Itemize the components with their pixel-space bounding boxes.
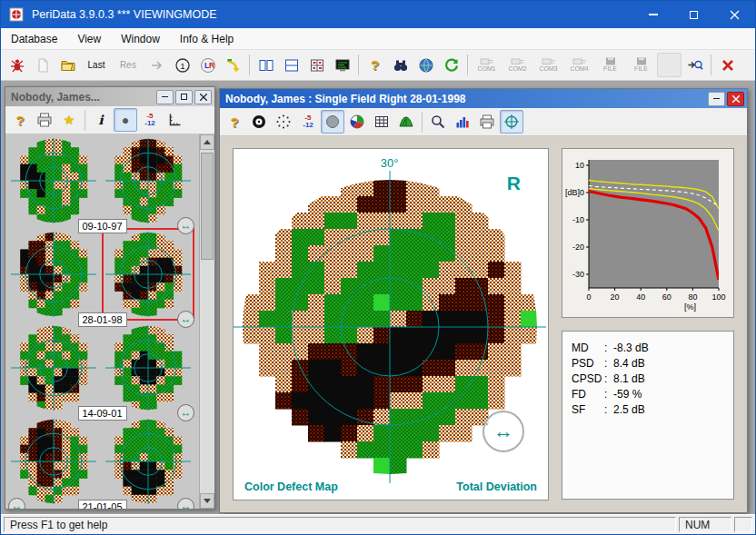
help-button[interactable]: ? [363, 53, 387, 77]
scale-button[interactable]: -5-12 [296, 110, 320, 134]
exam-thumbnail-21-01-05-right[interactable] [104, 418, 192, 505]
web-button[interactable] [413, 53, 438, 77]
close-button[interactable] [714, 1, 755, 28]
histogram-button[interactable] [451, 110, 474, 134]
exam-thumbnail-21-01-05-left[interactable] [10, 418, 97, 505]
scroll-up-button[interactable] [200, 134, 214, 150]
eye-indicator-icon: ↔ [177, 404, 194, 421]
scrollbar-track[interactable] [200, 150, 214, 493]
help-button[interactable]: ? [223, 110, 246, 134]
stat-colon [604, 357, 613, 370]
exam-thumbnail-09-10-97-left[interactable] [10, 137, 97, 224]
two-fields-button[interactable] [254, 53, 278, 77]
lr-icon: LR [200, 57, 216, 74]
cursor-cross-button[interactable] [500, 110, 523, 134]
toolbar-button-label: COM2 [508, 65, 526, 73]
svg-text:100: 100 [711, 292, 725, 302]
exam-thumbnail-28-01-98-right[interactable] [104, 231, 192, 318]
menu-bar: Database View Window Info & Help [1, 28, 755, 50]
menu-window[interactable]: Window [111, 29, 170, 49]
exam-row: 28-01-98↔ [5, 231, 199, 324]
com-icon [480, 57, 494, 65]
field-content: 30° R ↔ Color Defect Map Total Deviation… [220, 136, 747, 512]
left-right-button[interactable]: LR [195, 53, 220, 77]
new-exam-button [30, 53, 55, 77]
menu-info-help[interactable]: Info & Help [170, 29, 244, 49]
close-window-button[interactable] [715, 53, 740, 77]
jump-button[interactable] [221, 53, 245, 77]
eye-indicator-icon: ↔ [8, 498, 25, 509]
minimize-button[interactable] [632, 1, 673, 28]
favorite-button[interactable]: ★ [57, 108, 81, 132]
scroll-down-button[interactable] [200, 493, 214, 509]
toolbar-button-label: Last [88, 61, 105, 70]
refresh-button[interactable] [439, 53, 463, 77]
screen-icon [334, 57, 351, 74]
jump-arrow-icon [225, 57, 242, 74]
field-title-bar[interactable]: Nobody, James : Single Field Right 28-01… [220, 89, 747, 108]
exam-thumbnail-14-09-01-right[interactable] [104, 324, 192, 411]
color-map-button[interactable] [321, 110, 344, 134]
red-x-icon [720, 57, 736, 74]
color-map-button[interactable]: ● [114, 108, 137, 132]
file-export-button: FILE [595, 53, 625, 77]
axes-button[interactable] [163, 108, 186, 132]
overview-maximize-button[interactable] [175, 90, 193, 104]
overview-minimize-button[interactable] [156, 90, 174, 104]
title-bar[interactable]: PeriData 3.9.0.3 *** VIEWINGMODE [1, 1, 755, 28]
maximize-button[interactable] [673, 1, 714, 28]
result-button: Res [113, 53, 144, 77]
overview-toolbar: ?★i●-5-12 [5, 106, 214, 134]
stat-colon [604, 372, 613, 385]
grid-button[interactable] [370, 110, 393, 134]
scrollbar[interactable] [199, 134, 214, 509]
exam-thumbnail-09-10-97-right[interactable] [104, 137, 192, 224]
search-button[interactable] [388, 53, 413, 77]
print-button[interactable] [475, 110, 499, 134]
scale-button[interactable]: -5-12 [138, 108, 162, 132]
overview-title-bar[interactable]: Nobody, James... [5, 87, 214, 106]
info-button[interactable]: i [89, 108, 113, 132]
main-toolbar: LastRes1LR?COM1COM2COM3COM4FILEFILE [1, 50, 755, 81]
grayscale-map-button[interactable] [247, 110, 271, 134]
field-close-button[interactable] [727, 92, 744, 106]
stat-value: -59 % [613, 388, 642, 401]
document-icon [35, 57, 51, 74]
single-exam-button[interactable]: 1 [170, 53, 194, 77]
eye-indicator-icon: ↔ [177, 498, 194, 509]
split-view-button[interactable] [279, 53, 303, 77]
print-button[interactable] [33, 108, 56, 132]
stat-colon [604, 342, 613, 354]
svg-text:10: 10 [575, 161, 584, 170]
symbol-map-button[interactable] [272, 110, 295, 134]
hsplit-icon [284, 57, 300, 74]
open-button[interactable] [55, 53, 80, 77]
help-button[interactable]: ? [8, 108, 32, 132]
menu-view[interactable]: View [67, 29, 111, 49]
file-import-button: FILE [626, 53, 656, 77]
zoom-button[interactable] [426, 110, 450, 134]
exam-thumbnail-28-01-98-left[interactable] [10, 231, 97, 318]
arrow-down-icon [204, 499, 211, 503]
help-icon: ? [371, 58, 379, 72]
com4-button: COM4 [564, 53, 594, 77]
profile-3d-button[interactable] [394, 110, 418, 134]
overview-close-button[interactable] [194, 90, 212, 104]
exam-thumbnail-14-09-01-left[interactable] [10, 324, 97, 411]
field-minimize-button[interactable] [708, 92, 725, 106]
zoom-mode-button[interactable] [682, 53, 707, 77]
toolbar-separator [358, 54, 359, 75]
com2-button: COM2 [502, 53, 532, 77]
display-mode-button[interactable] [330, 53, 354, 77]
overview-window: Nobody, James... ?★i●-5-12 09-10-97↔28-0… [5, 86, 215, 510]
exit-button[interactable] [5, 53, 29, 77]
four-fields-button[interactable] [304, 53, 329, 77]
sector-chart-button[interactable] [345, 110, 369, 134]
analysis-column: 100-10-20-30[dB]020406080100[%] MD-8.3 d… [562, 148, 734, 500]
forward-button [144, 53, 169, 77]
menu-database[interactable]: Database [1, 29, 67, 49]
com-icon [542, 57, 556, 65]
last-button[interactable]: Last [81, 53, 112, 77]
app-icon [8, 6, 25, 23]
scrollbar-thumb[interactable] [201, 153, 214, 260]
